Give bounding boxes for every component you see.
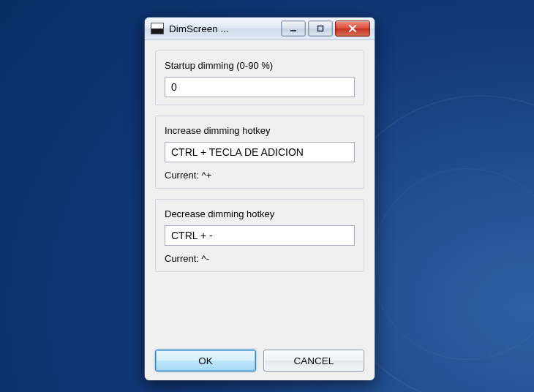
increase-hotkey-label: Increase dimming hotkey xyxy=(165,125,355,136)
decrease-hotkey-input[interactable] xyxy=(165,225,355,246)
svg-rect-1 xyxy=(318,26,323,31)
minimize-button[interactable] xyxy=(281,20,306,37)
desktop-background: DimScreen ... xyxy=(0,0,534,392)
close-icon xyxy=(347,24,358,33)
decrease-hotkey-group: Decrease dimming hotkey Current: ^- xyxy=(155,199,364,272)
current-prefix: Current: xyxy=(165,170,202,181)
increase-hotkey-group: Increase dimming hotkey Current: ^+ xyxy=(155,116,364,189)
current-value: ^- xyxy=(202,253,209,264)
current-value: ^+ xyxy=(202,170,212,181)
startup-dimming-label: Startup dimming (0-90 %) xyxy=(165,60,355,71)
startup-dimming-group: Startup dimming (0-90 %) xyxy=(155,50,364,105)
dialog-button-row: OK CANCEL xyxy=(155,350,364,372)
current-prefix: Current: xyxy=(165,253,202,264)
increase-hotkey-current: Current: ^+ xyxy=(165,170,355,181)
decrease-hotkey-current: Current: ^- xyxy=(165,253,355,264)
ok-button[interactable]: OK xyxy=(155,350,256,372)
startup-dimming-input[interactable] xyxy=(165,77,355,97)
cancel-button[interactable]: CANCEL xyxy=(263,350,364,372)
decrease-hotkey-label: Decrease dimming hotkey xyxy=(165,208,355,219)
app-icon xyxy=(151,23,164,34)
maximize-icon xyxy=(316,24,325,33)
svg-rect-0 xyxy=(290,30,296,31)
close-button[interactable] xyxy=(335,20,370,37)
dialog-window: DimScreen ... xyxy=(144,17,375,380)
dialog-client-area: Startup dimming (0-90 %) Increase dimmin… xyxy=(145,40,375,380)
maximize-button[interactable] xyxy=(308,20,333,37)
increase-hotkey-input[interactable] xyxy=(165,142,355,162)
titlebar[interactable]: DimScreen ... xyxy=(145,18,375,40)
window-controls xyxy=(281,20,370,37)
minimize-icon xyxy=(289,24,298,33)
window-title: DimScreen ... xyxy=(169,23,281,34)
